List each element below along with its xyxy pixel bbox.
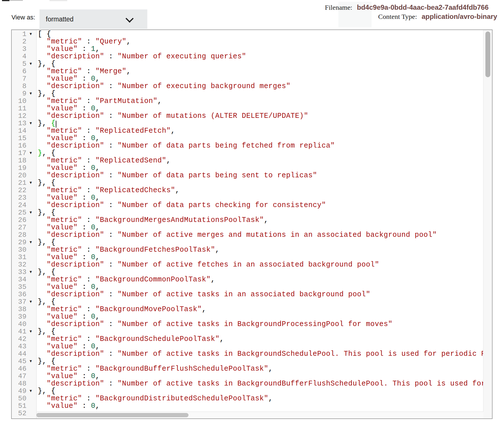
gutter-row: 15 [12, 135, 36, 142]
gutter-row: 23 [12, 194, 36, 202]
line-number: 42 [12, 335, 27, 343]
fold-arrow-icon[interactable]: ▼ [29, 387, 33, 395]
fold-arrow-icon[interactable]: ▼ [29, 298, 33, 305]
fold-arrow-icon[interactable]: ▼ [29, 149, 33, 157]
line-number: 2 [12, 38, 27, 45]
line-number: 10 [12, 98, 27, 105]
code-line: "metric" : "BackgroundFetchesPoolTask", [38, 246, 484, 254]
line-number: 33 [12, 269, 27, 276]
code-line: "metric" : "BackgroundSchedulePoolTask", [38, 335, 484, 343]
gutter-row: 42 [12, 335, 36, 343]
code-line: "value" : 0, [38, 224, 484, 231]
line-number: 23 [12, 194, 27, 202]
line-number: 47 [12, 373, 27, 380]
line-number: 14 [12, 127, 27, 135]
line-number: 25 [12, 209, 27, 217]
code-line: }, { [38, 298, 484, 306]
code-area[interactable]: [ { "metric" : "Query", "value" : 1, "de… [37, 30, 484, 418]
content-type-value: application/avro-binary [422, 13, 497, 20]
top-fragment-gray [10, 0, 23, 1]
top-fragment-dark [2, 0, 9, 1]
filename-value: bd4c9e9a-0bdd-4aac-bea2-7aafd4fdb766 [357, 3, 489, 11]
code-line: "value" : 0, [38, 194, 484, 202]
line-number: 31 [12, 254, 27, 261]
gutter-row: 46 [12, 365, 36, 373]
gutter-row: 16 [12, 142, 36, 150]
code-line: "metric" : "ReplicatedChecks", [38, 187, 484, 194]
gutter-row: 41▼ [12, 328, 36, 335]
code-line: "value" : 0, [38, 105, 484, 112]
horizontal-scrollbar[interactable] [37, 412, 483, 418]
fold-arrow-icon[interactable]: ▼ [29, 179, 33, 186]
line-number: 41 [12, 328, 27, 335]
gutter-row: 27 [12, 224, 36, 231]
gutter-row: 4 [12, 53, 36, 60]
code-line: "value" : 0, [38, 164, 484, 172]
code-line: "description" : "Number of active merges… [38, 231, 484, 239]
fold-arrow-icon[interactable]: ▼ [29, 239, 33, 246]
vertical-scrollbar[interactable] [483, 30, 492, 418]
message-editor[interactable]: 1▼2345▼6789▼10111213▼14151617▼18192021▼2… [11, 29, 493, 419]
code-line: "value" : 0, [38, 343, 484, 350]
code-line: "value" : 0, [38, 283, 484, 291]
gutter-row: 8 [12, 83, 36, 90]
gutter-row: 44 [12, 350, 36, 358]
gutter-row: 12 [12, 112, 36, 120]
gutter-row: 2 [12, 38, 36, 45]
code-line: "description" : "Number of mutations (AL… [38, 112, 484, 120]
fold-arrow-icon[interactable]: ▼ [29, 328, 33, 335]
code-line: }, { [38, 269, 484, 276]
line-number: 12 [12, 112, 27, 120]
line-number: 49 [12, 388, 27, 395]
line-number: 20 [12, 172, 27, 179]
line-number: 8 [12, 83, 27, 90]
line-number: 48 [12, 380, 27, 388]
gutter-row: 18 [12, 157, 36, 164]
gutter-row: 9▼ [12, 90, 36, 98]
gutter-row: 25▼ [12, 209, 36, 217]
code-line: }, { [38, 209, 484, 217]
code-line: "value" : 0, [38, 135, 484, 142]
gutter-row: 10 [12, 98, 36, 105]
fold-arrow-icon[interactable]: ▼ [29, 90, 33, 97]
line-number: 9 [12, 90, 27, 98]
code-line: "value" : 0, [38, 313, 484, 321]
fold-arrow-icon[interactable]: ▼ [29, 209, 33, 216]
line-number: 1 [12, 31, 27, 38]
code-line: "description" : "Number of active tasks … [38, 380, 484, 388]
code-line: }, { [38, 60, 484, 68]
vertical-scrollbar-thumb[interactable] [485, 31, 490, 77]
gutter-row: 26 [12, 217, 36, 224]
code-line: }, { [38, 120, 484, 127]
fold-arrow-icon[interactable]: ▼ [29, 120, 33, 127]
gutter-row: 13▼ [12, 120, 36, 127]
code-line: }, { [38, 179, 484, 187]
line-number: 39 [12, 313, 27, 321]
line-number: 16 [12, 142, 27, 150]
gutter-row: 28 [12, 231, 36, 239]
line-number: 26 [12, 217, 27, 224]
gutter-row: 45▼ [12, 358, 36, 365]
view-as-select[interactable]: formatted [39, 9, 147, 29]
fold-arrow-icon[interactable]: ▼ [29, 357, 33, 365]
fold-arrow-icon[interactable]: ▼ [29, 30, 33, 38]
gutter-row: 19 [12, 164, 36, 172]
code-line: }, { [38, 150, 484, 157]
line-number: 22 [12, 187, 27, 194]
gutter-row: 14 [12, 127, 36, 135]
line-number: 3 [12, 45, 27, 53]
line-number: 21 [12, 179, 27, 187]
code-line: "value" : 0, [38, 75, 484, 83]
line-number: 17 [12, 150, 27, 157]
fold-arrow-icon[interactable]: ▼ [29, 60, 33, 67]
horizontal-scrollbar-thumb[interactable] [36, 413, 188, 417]
gutter-row: 51 [12, 402, 36, 410]
code-line: "metric" : "BackgroundMovePoolTask", [38, 306, 484, 313]
code-line: "description" : "Number of active tasks … [38, 321, 484, 328]
gutter-row: 31 [12, 254, 36, 261]
content-type-label: Content Type: [378, 13, 417, 20]
line-number: 7 [12, 75, 27, 83]
fold-arrow-icon[interactable]: ▼ [29, 268, 33, 276]
content-type-row: Content Type:application/avro-binary [325, 12, 497, 21]
line-number: 11 [12, 105, 27, 112]
